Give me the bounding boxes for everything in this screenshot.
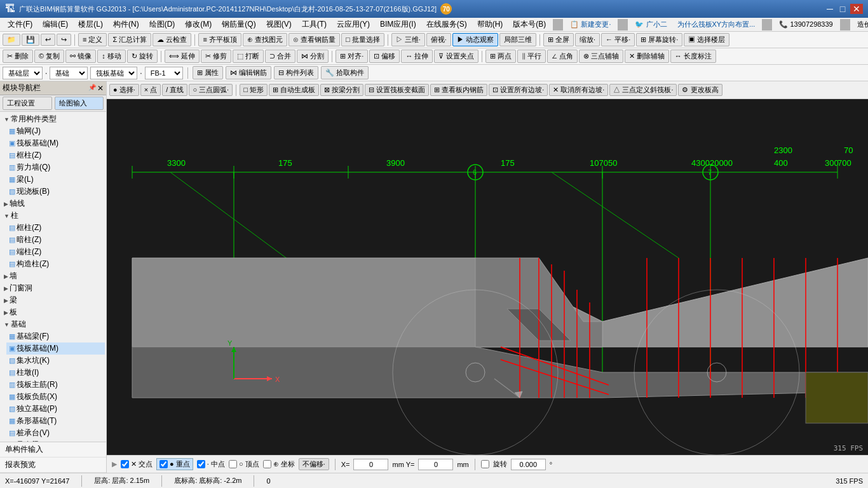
tree-col-pier[interactable]: ▤ 柱墩(I) <box>6 367 105 379</box>
tree-common-types[interactable]: ▼ 常用构件类型 <box>1 113 105 125</box>
redo-button[interactable]: ↪ <box>57 34 71 46</box>
zoom-button[interactable]: 缩放· <box>575 33 600 46</box>
copy-button[interactable]: © 复制 <box>34 50 64 63</box>
align-top-button[interactable]: ≡ 齐平板顶 <box>198 33 241 46</box>
menu-edit[interactable]: 编辑(E) <box>37 18 73 31</box>
set-grip-button[interactable]: ⊽ 设置夹点 <box>434 50 478 63</box>
split-button[interactable]: ⋈ 分割 <box>297 50 329 63</box>
find-element-button[interactable]: ⊕ 查找图元 <box>243 33 287 46</box>
tree-foundation[interactable]: ▼ 基础 <box>1 318 105 330</box>
snap-center[interactable]: · 中点 <box>197 459 225 469</box>
no-offset-button[interactable]: 不偏移· <box>299 458 329 470</box>
cad-canvas-area[interactable]: 3300 175 3900 175 107050 430020000 400 3… <box>107 99 868 455</box>
drawing-input-btn[interactable]: 绘图输入 <box>55 97 104 110</box>
change-height-button[interactable]: ⚙ 更改板高 <box>678 84 722 96</box>
point-draw-button[interactable]: × 点 <box>140 84 161 96</box>
project-settings-btn[interactable]: 工程设置 <box>3 97 52 110</box>
single-component-input[interactable]: 单构件输入 <box>0 442 106 458</box>
menu-version[interactable]: 版本号(B) <box>508 18 551 31</box>
save-button[interactable]: 💾 <box>22 34 39 46</box>
three-point-axis-button[interactable]: ⊗ 三点辅轴 <box>579 50 623 63</box>
extend-button[interactable]: ⟺ 延伸 <box>165 50 200 63</box>
screen-rotate-button[interactable]: ⊞ 屏幕旋转· <box>636 33 682 46</box>
split-by-beam-button[interactable]: ⊠ 按梁分割 <box>320 84 363 96</box>
component-list-button[interactable]: ⊟ 构件列表 <box>274 66 318 79</box>
mirror-button[interactable]: ⚯ 镜像 <box>65 50 96 63</box>
pan-button[interactable]: ← 平移· <box>601 33 635 46</box>
menu-online[interactable]: 在线服务(S) <box>421 18 472 31</box>
3d-button[interactable]: ▷ 三维· <box>391 33 425 46</box>
snap-coord[interactable]: ⊕ 坐标 <box>263 459 295 469</box>
stretch-button[interactable]: ↔ 拉伸 <box>401 50 433 63</box>
tree-shear-wall[interactable]: ▥ 剪力墙(Q) <box>6 161 105 173</box>
tree-hidden-col[interactable]: ▤ 暗柱(Z) <box>6 234 105 246</box>
dynamic-view-button[interactable]: ▶ 动态观察 <box>452 33 498 46</box>
component-select[interactable]: FB-1 <box>145 67 183 79</box>
y-coord-input[interactable] <box>418 459 453 470</box>
view-slab-rebar-button[interactable]: ⊞ 查看板内钢筋 <box>430 84 487 96</box>
cancel-all-slope-button[interactable]: ✕ 取消所有边坡· <box>549 84 608 96</box>
tree-end-col[interactable]: ▤ 端柱(Z) <box>6 246 105 258</box>
floor-type-select[interactable]: 基础 <box>50 67 88 79</box>
rotate-checkbox[interactable] <box>481 460 489 468</box>
top-view-button[interactable]: 俯视· <box>426 33 451 46</box>
tree-axis-grid[interactable]: ▦ 轴网(J) <box>6 125 105 137</box>
auto-gen-slab-button[interactable]: ⊞ 自动生成板 <box>269 84 319 96</box>
rotate-button[interactable]: ↻ 旋转 <box>127 50 158 63</box>
tree-beam2[interactable]: ▶ 梁 <box>1 294 105 306</box>
pick-component-button[interactable]: 🔧 拾取构件 <box>321 66 369 79</box>
tree-raft-foundation[interactable]: ▣ 筏板基础(M) <box>6 137 105 149</box>
rotate-input[interactable] <box>511 459 546 470</box>
menu-floor[interactable]: 楼层(L) <box>73 18 108 31</box>
menu-component[interactable]: 构件(N) <box>108 18 144 31</box>
tree-slab[interactable]: ▶ 板 <box>1 306 105 318</box>
menu-file[interactable]: 文件(F) <box>3 18 37 31</box>
menu-cloud[interactable]: 云应用(Y) <box>332 18 375 31</box>
maximize-button[interactable]: □ <box>837 4 848 14</box>
snap-endpoint[interactable]: ○ 顶点 <box>229 459 259 469</box>
parallel-button[interactable]: ∥ 平行 <box>517 50 546 63</box>
tree-struct-col[interactable]: ▤ 构造柱(Z) <box>6 258 105 270</box>
menu-draw[interactable]: 绘图(D) <box>144 18 180 31</box>
break-button[interactable]: ⬚ 打断 <box>233 50 264 63</box>
snap-midpoint[interactable]: ● 重点 <box>156 458 193 470</box>
component-type-select[interactable]: 筏板基础 <box>90 67 137 79</box>
sidebar-pin[interactable]: 📌 <box>88 84 96 93</box>
tree-strip-found[interactable]: ▦ 条形基础(T) <box>6 415 105 427</box>
merge-button[interactable]: ⊃ 合并 <box>265 50 295 63</box>
close-button[interactable]: ✕ <box>850 4 863 14</box>
arc-draw-button[interactable]: ○ 三点圆弧· <box>189 84 233 96</box>
tree-opening[interactable]: ▶ 门窗洞 <box>1 282 105 294</box>
tree-frame-col2[interactable]: ▤ 框柱(Z) <box>6 222 105 234</box>
line-draw-button[interactable]: / 直线 <box>162 84 187 96</box>
property-button[interactable]: ⊞ 属性 <box>193 66 223 79</box>
tree-frame-col[interactable]: ▤ 框柱(Z) <box>6 149 105 161</box>
set-all-slope-button[interactable]: ⊡ 设置所有边坡· <box>489 84 548 96</box>
snap-intersect[interactable]: ✕ 交点 <box>121 459 153 469</box>
tree-beam[interactable]: ▦ 梁(L) <box>6 173 105 186</box>
select-floor-button[interactable]: ▣ 选择楼层 <box>684 33 729 46</box>
minimize-button[interactable]: ─ <box>825 4 835 14</box>
menu-view[interactable]: 视图(V) <box>261 18 297 31</box>
edit-rebar-button[interactable]: ⋈ 编辑钢筋 <box>226 66 271 79</box>
menu-help[interactable]: 帮助(H) <box>472 18 508 31</box>
menu-why[interactable]: 为什么筏板XY方向布置... <box>672 18 761 30</box>
move-button[interactable]: ↕ 移动 <box>97 50 126 63</box>
tree-axis[interactable]: ▶ 轴线 <box>1 198 105 210</box>
menu-rebar-qty[interactable]: 钢筋量(Q) <box>217 18 261 31</box>
tree-pile-cap[interactable]: ▤ 桩承台(V) <box>6 427 105 439</box>
floor-select[interactable]: 基础层 <box>3 67 43 79</box>
window-controls[interactable]: ─ □ ✕ <box>825 4 863 14</box>
menu-tools[interactable]: 工具(T) <box>297 18 332 31</box>
fullscreen-button[interactable]: ⊞ 全屏 <box>543 33 574 46</box>
tree-isolated-found[interactable]: ▧ 独立基础(P) <box>6 403 105 415</box>
x-coord-input[interactable] <box>353 459 388 470</box>
tree-cast-slab[interactable]: ▧ 现浇板(B) <box>6 186 105 198</box>
local-3d-button[interactable]: 局部三维 <box>499 33 536 46</box>
menu-bim[interactable]: BIM应用(I) <box>375 18 421 31</box>
two-point-button[interactable]: ⊞ 两点 <box>485 50 516 63</box>
summary-button[interactable]: Σ 汇总计算 <box>108 33 151 46</box>
select-mode-button[interactable]: ● 选择· <box>109 84 139 96</box>
rect-draw-button[interactable]: □ 矩形 <box>240 84 268 96</box>
tree-column[interactable]: ▼ 柱 <box>1 210 105 222</box>
